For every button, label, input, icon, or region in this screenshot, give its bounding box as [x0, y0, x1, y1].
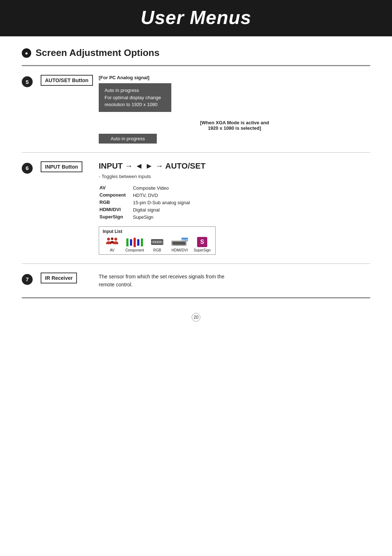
- item-label-col-5: AUTO/SET Button: [41, 75, 99, 86]
- input-list-rgb: RGB: [148, 238, 167, 252]
- input-component-row: Component HDTV, DVD: [99, 192, 190, 199]
- item-number-6: 6: [22, 163, 33, 174]
- page-title-bar: User Menus: [0, 0, 392, 36]
- hdmidvi-icon: Cable Box: [171, 238, 188, 247]
- svg-point-1: [111, 237, 114, 240]
- page-number-area: 20: [0, 313, 392, 333]
- item-content-7: The sensor from which the set receives s…: [99, 273, 370, 289]
- page-title: User Menus: [0, 7, 392, 28]
- input-av-name: AV: [99, 185, 132, 192]
- item-content-5: [For PC Analog signal] Auto in progress …: [99, 75, 370, 144]
- svg-point-9: [151, 241, 153, 243]
- autoset-button-label: AUTO/SET Button: [41, 75, 93, 86]
- page-number: 20: [192, 313, 200, 322]
- svg-marker-15: [173, 245, 187, 246]
- ir-receiver-label: IR Receiver: [41, 273, 77, 283]
- item-number-col-6: 6: [22, 161, 41, 174]
- svg-point-5: [153, 241, 154, 242]
- item-label-col-7: IR Receiver: [41, 273, 99, 283]
- bottom-divider: [22, 297, 370, 298]
- item-number-5: 5: [22, 76, 33, 87]
- input-rgb-desc: 15-pin D-Sub analog signal: [133, 200, 190, 206]
- supersign-icon: S: [197, 237, 207, 247]
- auto-progress-popup-2: Auto in progress: [99, 134, 157, 144]
- input-formula: INPUT → ◄ ► → AUTO/SET: [99, 161, 370, 171]
- input-rgb-row: RGB 15-pin D-Sub analog signal: [99, 200, 190, 206]
- input-hdmidvi-row: HDMI/DVI Digital signal: [99, 207, 190, 213]
- input-hdmidvi-name: HDMI/DVI: [99, 207, 132, 213]
- item-row-6: 6 INPUT Button INPUT → ◄ ► → AUTO/SET - …: [22, 153, 370, 264]
- component-label: Component: [125, 248, 144, 252]
- auto-progress-popup-1: Auto in progress For optimal display cha…: [99, 83, 171, 112]
- svg-point-8: [160, 241, 161, 242]
- item-label-col-6: INPUT Button: [41, 161, 99, 172]
- input-supersign-name: SuperSign: [99, 214, 132, 221]
- xga-block: [When XGA Mode is active and 1920 x 1080…: [99, 120, 370, 144]
- input-button-label: INPUT Button: [41, 161, 82, 172]
- component-icon: [126, 238, 143, 247]
- ir-text: The sensor from which the set receives s…: [99, 273, 370, 289]
- content-area: 5 AUTO/SET Button [For PC Analog signal]…: [22, 66, 370, 297]
- input-list-component: Component: [125, 238, 144, 252]
- item-content-6: INPUT → ◄ ► → AUTO/SET - Toggles between…: [99, 161, 370, 255]
- section-title: Screen Adjustment Options: [36, 47, 159, 59]
- svg-point-10: [162, 241, 163, 243]
- input-rgb-name: RGB: [99, 200, 132, 206]
- section-header: ● Screen Adjustment Options: [22, 47, 370, 59]
- input-supersign-desc: SupeSign: [133, 214, 190, 221]
- input-av-row: AV Composite Video: [99, 185, 190, 192]
- input-supersign-row: SuperSign SupeSign: [99, 214, 190, 221]
- toggles-note: - Toggles between inputs: [99, 174, 370, 179]
- input-component-name: Component: [99, 192, 132, 199]
- input-signal-table: AV Composite Video Component HDTV, DVD R…: [99, 184, 191, 221]
- input-list-icons: AV Component: [103, 236, 212, 252]
- svg-point-0: [107, 238, 110, 241]
- signal-label: [For PC Analog signal]: [99, 75, 370, 80]
- svg-rect-14: [172, 242, 185, 245]
- input-hdmidvi-desc: Digital signal: [133, 207, 190, 213]
- svg-point-7: [158, 241, 159, 242]
- section-bullet: ●: [22, 48, 31, 58]
- item-number-7: 7: [22, 274, 33, 285]
- svg-point-6: [155, 241, 156, 242]
- rgb-icon: [151, 238, 164, 247]
- av-label: AV: [110, 248, 115, 252]
- input-list-box: Input List: [99, 226, 216, 255]
- hdmidvi-label: HDMI/DVI: [172, 248, 188, 252]
- item-row-5: 5 AUTO/SET Button [For PC Analog signal]…: [22, 66, 370, 153]
- rgb-label: RGB: [153, 248, 161, 252]
- input-av-desc: Composite Video: [133, 185, 190, 192]
- input-list-hdmidvi: Cable Box HDMI/DVI: [170, 238, 189, 252]
- item-number-col-5: 5: [22, 75, 41, 87]
- input-list-av: AV: [103, 236, 122, 252]
- av-icon: [105, 236, 119, 247]
- input-list-title: Input List: [103, 229, 212, 234]
- item-number-col-7: 7: [22, 273, 41, 285]
- supersign-label: SuperSign: [194, 248, 211, 252]
- svg-point-2: [114, 238, 117, 241]
- xga-note: [When XGA Mode is active and 1920 x 1080…: [99, 120, 370, 131]
- item-row-7: 7 IR Receiver The sensor from which the …: [22, 264, 370, 298]
- input-list-supersign: S SuperSign: [193, 237, 212, 252]
- input-component-desc: HDTV, DVD: [133, 192, 190, 199]
